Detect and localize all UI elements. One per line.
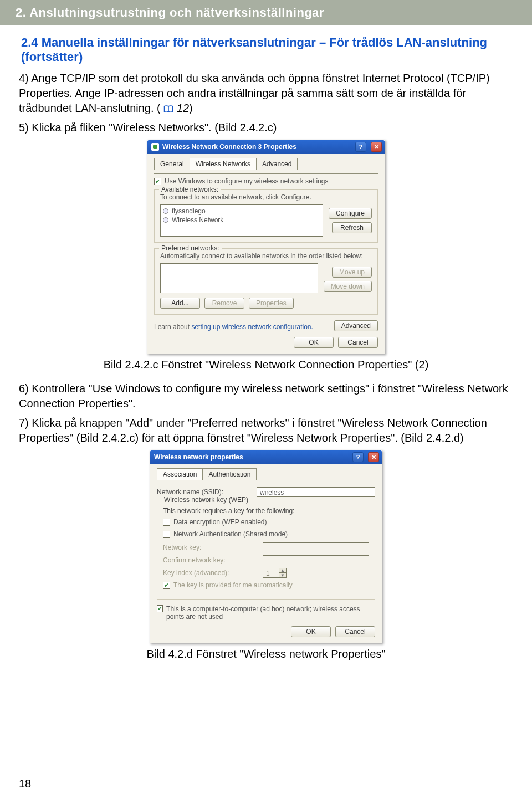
network-auth-label: Network Authentication (Shared mode) [173,530,288,538]
available-networks-group: Available networks: To connect to an ava… [154,189,378,243]
available-legend: Available networks: [159,186,221,193]
close-button[interactable]: ✕ [371,142,382,152]
learn-link[interactable]: setting up wireless network configuratio… [191,323,313,331]
available-instruction: To connect to an available network, clic… [160,193,372,201]
dialog1-title: Wireless Network Connection 3 Properties [162,143,296,151]
use-windows-label: Use Windows to configure my wireless net… [165,177,328,185]
list-item[interactable]: flysandiego [163,207,320,216]
antenna-icon [163,217,168,223]
antenna-icon [163,208,168,214]
preferred-instruction: Automatically connect to available netwo… [160,252,372,260]
book-icon [163,102,177,114]
adhoc-checkbox[interactable]: ✔ [157,605,163,612]
advanced-button[interactable]: Advanced [334,320,378,331]
section-header: 2. Anslutningsutrustning och nätverksins… [0,0,532,25]
help-button[interactable]: ? [352,452,364,462]
figure-caption-1: Bild 2.4.2.c Fönstret "Wireless Network … [19,358,513,371]
close-button[interactable]: ✕ [368,452,379,462]
dialog1-tabs: General Wireless Networks Advanced [154,157,378,170]
help-button[interactable]: ? [355,142,366,152]
refresh-button[interactable]: Refresh [332,222,372,233]
key-index-input[interactable]: 1 [263,568,279,578]
cancel-button[interactable]: Cancel [335,626,375,637]
key-index-label: Key index (advanced): [163,569,257,577]
wep-instruction: This network requires a key for the foll… [163,507,369,515]
tab-association[interactable]: Association [157,468,203,480]
use-windows-checkbox[interactable]: ✔ [154,178,161,185]
confirm-key-input[interactable] [263,555,369,565]
properties-button[interactable]: Properties [249,298,294,309]
tab-general[interactable]: General [154,158,190,170]
key-index-spinner[interactable]: ▲▼ [279,568,287,578]
preferred-legend: Preferred networks: [159,244,222,252]
list-item-label: flysandiego [172,207,206,215]
tab-authentication[interactable]: Authentication [202,468,257,480]
data-encryption-checkbox[interactable] [163,519,170,526]
remove-button[interactable]: Remove [204,298,244,309]
dialog2-title: Wireless network properties [154,453,243,461]
dialog2-titlebar: Wireless network properties ? ✕ [150,450,382,464]
wep-group: Wireless network key (WEP) This network … [157,500,375,600]
confirm-key-label: Confirm network key: [163,556,257,564]
list-item[interactable]: Wireless Network [163,216,320,224]
cancel-button[interactable]: Cancel [338,337,378,348]
configure-button[interactable]: Configure [329,208,372,219]
dialog-wireless-connection-properties: Wireless Network Connection 3 Properties… [147,140,385,354]
dialog1-titlebar: Wireless Network Connection 3 Properties… [147,140,385,154]
step-4-text: 4) Ange TCP/IP som det protokoll du ska … [19,71,513,116]
tab-advanced[interactable]: Advanced [256,158,298,170]
window-icon [151,143,159,151]
step-4-body: 4) Ange TCP/IP som det protokoll du ska … [19,72,490,114]
add-button[interactable]: Add... [160,298,200,309]
data-encryption-label: Data encryption (WEP enabled) [173,518,267,526]
step-6-text: 6) Kontrollera "Use Windows to configure… [19,381,513,411]
auto-key-checkbox[interactable]: ✔ [163,582,170,589]
step-4-ref: 12 [177,102,189,114]
move-up-button[interactable]: Move up [332,267,372,278]
adhoc-label: This is a computer-to-computer (ad hoc) … [166,605,375,621]
ok-button[interactable]: OK [291,626,331,637]
move-down-button[interactable]: Move down [324,281,372,292]
ok-button[interactable]: OK [294,337,334,348]
ssid-input[interactable]: wireless [257,487,375,497]
step-7-text: 7) Klicka på knappen "Add" under "Prefer… [19,416,513,445]
auto-key-label: The key is provided for me automatically [173,581,293,589]
dialog-wireless-network-properties: Wireless network properties ? ✕ Associat… [150,450,382,643]
network-key-input[interactable] [263,542,369,552]
ssid-label: Network name (SSID): [157,488,251,496]
wep-legend: Wireless network key (WEP) [162,496,250,504]
learn-text: Learn about setting up wireless network … [154,323,313,331]
available-networks-list[interactable]: flysandiego Wireless Network [160,204,323,237]
learn-prefix: Learn about [154,323,191,331]
figure-caption-2: Bild 4.2.d Fönstret "Wireless network Pr… [19,648,513,660]
page-number: 18 [19,777,31,790]
subsection-heading: 2.4 Manuella inställningar för nätverksa… [19,35,513,64]
step-5-text: 5) Klicka på fliken "Wireless Networks".… [19,120,513,135]
list-item-label: Wireless Network [172,216,223,224]
preferred-networks-group: Preferred networks: Automatically connec… [154,248,378,315]
network-key-label: Network key: [163,544,257,551]
tab-wireless-networks[interactable]: Wireless Networks [190,158,257,170]
step-4-close: ) [189,102,193,114]
preferred-networks-list[interactable] [160,263,318,293]
network-auth-checkbox[interactable] [163,531,170,538]
dialog2-tabs: Association Authentication [157,468,375,480]
